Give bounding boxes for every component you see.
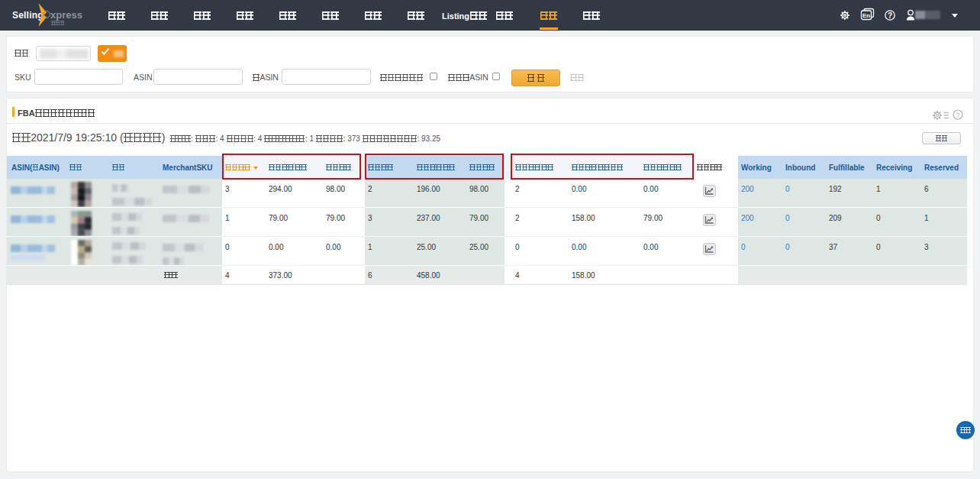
svg-text:En: En xyxy=(862,12,870,19)
svg-text:?: ? xyxy=(888,11,892,20)
svg-text:?: ? xyxy=(956,111,959,119)
